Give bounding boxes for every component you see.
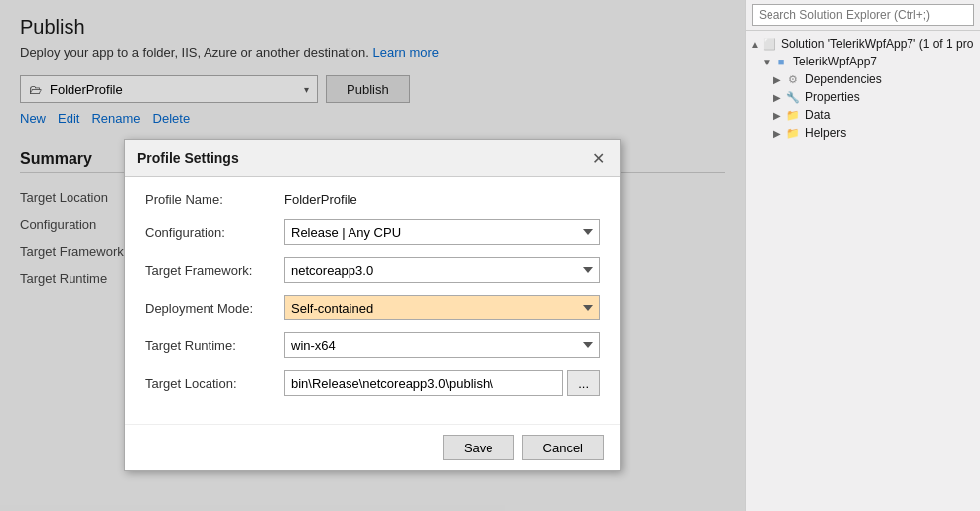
configuration-field-label: Configuration: — [145, 225, 284, 240]
tree-label-project: TelerikWpfApp7 — [793, 55, 877, 68]
dependencies-icon: ⚙ — [785, 72, 801, 86]
left-panel: Publish Deploy your app to a folder, IIS… — [0, 0, 745, 511]
solution-icon: ⬜ — [762, 37, 777, 51]
configuration-field-control[interactable]: Release | Any CPU Debug | Any CPU — [284, 219, 600, 245]
tree-label-solution: Solution 'TelerikWpfApp7' (1 of 1 pro — [781, 37, 973, 51]
profile-name-value: FolderProfile — [284, 192, 357, 207]
deployment-mode-select[interactable]: Self-contained Framework-dependent — [284, 295, 600, 320]
target-runtime-field-control[interactable]: win-x64 win-x86 linux-x64 — [284, 332, 600, 358]
tree-item-properties[interactable]: ▶ 🔧 Properties — [746, 88, 980, 106]
tree-container: ▲ ⬜ Solution 'TelerikWpfApp7' (1 of 1 pr… — [746, 31, 980, 511]
tree-item-helpers[interactable]: ▶ 📁 Helpers — [746, 124, 980, 142]
tree-label-dependencies: Dependencies — [805, 72, 882, 86]
data-folder-icon: 📁 — [785, 108, 801, 122]
deployment-mode-label: Deployment Mode: — [145, 301, 284, 316]
modal-body: Profile Name: FolderProfile Configuratio… — [125, 177, 620, 424]
tree-label-helpers: Helpers — [805, 126, 846, 140]
target-framework-field-control[interactable]: netcoreapp3.0 netcoreapp3.1 — [284, 257, 600, 283]
profile-name-label: Profile Name: — [145, 192, 284, 207]
target-location-field-control: ... — [284, 370, 600, 396]
target-framework-field-label: Target Framework: — [145, 263, 284, 278]
modal-overlay: Profile Settings ✕ Profile Name: FolderP… — [0, 0, 745, 511]
tree-arrow-solution: ▲ — [750, 39, 762, 50]
profile-name-control: FolderProfile — [284, 192, 600, 207]
configuration-select[interactable]: Release | Any CPU Debug | Any CPU — [284, 219, 600, 245]
tree-label-properties: Properties — [805, 90, 860, 104]
target-runtime-field-label: Target Runtime: — [145, 338, 284, 353]
search-row — [746, 0, 980, 31]
target-runtime-field-row: Target Runtime: win-x64 win-x86 linux-x6… — [145, 332, 600, 358]
target-runtime-select[interactable]: win-x64 win-x86 linux-x64 — [284, 332, 600, 358]
modal-header: Profile Settings ✕ — [125, 140, 620, 177]
target-framework-select[interactable]: netcoreapp3.0 netcoreapp3.1 — [284, 257, 600, 283]
modal-title: Profile Settings — [137, 150, 239, 166]
deployment-mode-control[interactable]: Self-contained Framework-dependent — [284, 295, 600, 320]
project-icon: ■ — [773, 55, 789, 68]
target-location-field-label: Target Location: — [145, 376, 284, 391]
browse-button[interactable]: ... — [567, 370, 600, 396]
tree-arrow-dependencies: ▶ — [773, 74, 785, 85]
tree-arrow-properties: ▶ — [773, 92, 785, 103]
tree-item-data[interactable]: ▶ 📁 Data — [746, 106, 980, 124]
target-framework-field-row: Target Framework: netcoreapp3.0 netcorea… — [145, 257, 600, 283]
cancel-button[interactable]: Cancel — [522, 435, 604, 460]
tree-arrow-helpers: ▶ — [773, 128, 785, 139]
profile-settings-modal: Profile Settings ✕ Profile Name: FolderP… — [124, 139, 621, 471]
tree-arrow-data: ▶ — [773, 110, 785, 121]
tree-item-project[interactable]: ▼ ■ TelerikWpfApp7 — [746, 53, 980, 70]
search-input[interactable] — [752, 4, 974, 26]
modal-close-button[interactable]: ✕ — [588, 148, 608, 168]
profile-name-row: Profile Name: FolderProfile — [145, 192, 600, 207]
properties-icon: 🔧 — [785, 90, 801, 104]
target-location-field-row: Target Location: ... — [145, 370, 600, 396]
helpers-folder-icon: 📁 — [785, 126, 801, 140]
target-location-input[interactable] — [284, 370, 563, 396]
modal-footer: Save Cancel — [125, 424, 620, 470]
tree-item-solution[interactable]: ▲ ⬜ Solution 'TelerikWpfApp7' (1 of 1 pr… — [746, 35, 980, 53]
deployment-mode-row: Deployment Mode: Self-contained Framewor… — [145, 295, 600, 320]
tree-arrow-project: ▼ — [762, 57, 773, 67]
configuration-field-row: Configuration: Release | Any CPU Debug |… — [145, 219, 600, 245]
solution-explorer-panel: ▲ ⬜ Solution 'TelerikWpfApp7' (1 of 1 pr… — [745, 0, 980, 511]
save-button[interactable]: Save — [443, 435, 514, 460]
tree-item-dependencies[interactable]: ▶ ⚙ Dependencies — [746, 70, 980, 88]
tree-label-data: Data — [805, 108, 830, 122]
